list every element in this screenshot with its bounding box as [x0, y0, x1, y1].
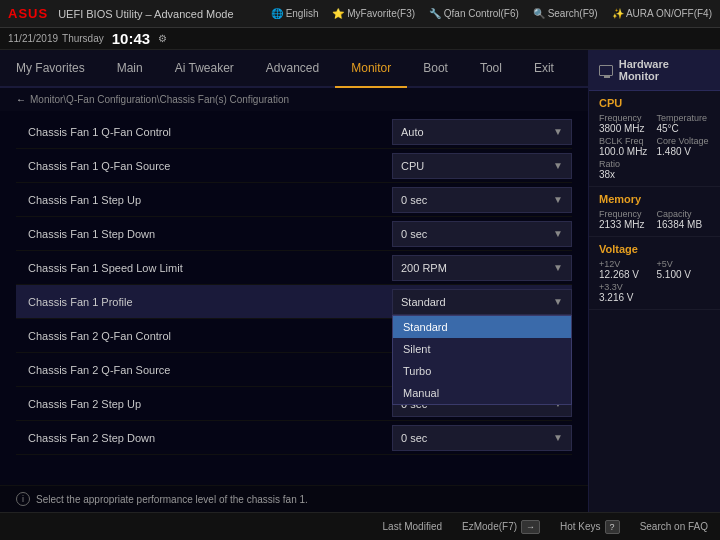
hotkeys-button[interactable]: Hot Keys ? — [560, 520, 620, 534]
hw-voltage-title: Voltage — [599, 243, 710, 255]
label-cf1-qfan-control: Chassis Fan 1 Q-Fan Control — [16, 126, 392, 138]
setting-row-cf1-speed-low: Chassis Fan 1 Speed Low Limit 200 RPM ▼ — [16, 251, 572, 285]
language-button[interactable]: 🌐 English — [271, 8, 319, 19]
hw-voltage-grid: +12V 12.268 V +5V 5.100 V +3.3V 3.216 V — [599, 259, 710, 303]
clock-settings-icon[interactable]: ⚙ — [158, 33, 167, 44]
hardware-monitor-header: Hardware Monitor — [589, 50, 720, 91]
nav-aitweaker[interactable]: Ai Tweaker — [159, 50, 250, 86]
setting-row-cf1-qfan-control: Chassis Fan 1 Q-Fan Control Auto ▼ — [16, 115, 572, 149]
datetime-bar: 11/21/2019 Thursday 10:43 ⚙ — [0, 28, 720, 50]
label-cf1-qfan-source: Chassis Fan 1 Q-Fan Source — [16, 160, 392, 172]
bottom-bar: Last Modified EzMode(F7) → Hot Keys ? Se… — [0, 512, 720, 540]
qfan-button[interactable]: 🔧 Qfan Control(F6) — [429, 8, 519, 19]
ezmode-button[interactable]: EzMode(F7) → — [462, 520, 540, 534]
hw-mem-cap: Capacity 16384 MB — [657, 209, 711, 230]
setting-row-cf1-step-up: Chassis Fan 1 Step Up 0 sec ▼ — [16, 183, 572, 217]
dropdown-cf1-step-up[interactable]: 0 sec ▼ — [392, 187, 572, 213]
hotkeys-label: Hot Keys — [560, 521, 601, 532]
setting-row-cf2-step-down: Chassis Fan 2 Step Down 0 sec ▼ — [16, 421, 572, 455]
nav-main[interactable]: Main — [101, 50, 159, 86]
top-bar-utilities: 🌐 English ⭐ MyFavorite(F3) 🔧 Qfan Contro… — [271, 8, 712, 19]
chevron-down-icon: ▼ — [553, 296, 563, 307]
nav-boot[interactable]: Boot — [407, 50, 464, 86]
main-wrapper: My Favorites Main Ai Tweaker Advanced Mo… — [0, 50, 720, 512]
label-cf1-step-down: Chassis Fan 1 Step Down — [16, 228, 392, 240]
date-display: 11/21/2019 — [8, 33, 58, 44]
breadcrumb: ← Monitor\Q-Fan Configuration\Chassis Fa… — [0, 88, 588, 111]
bios-title: UEFI BIOS Utility – Advanced Mode — [58, 8, 233, 20]
hw-v5: +5V 5.100 V — [657, 259, 711, 280]
top-bar: ASUS UEFI BIOS Utility – Advanced Mode 🌐… — [0, 0, 720, 28]
monitor-icon — [599, 65, 613, 76]
label-cf1-profile: Chassis Fan 1 Profile — [16, 296, 392, 308]
setting-row-cf1-profile: Chassis Fan 1 Profile Standard ▼ Standar… — [16, 285, 572, 319]
hw-label-ratio: Ratio 38x — [599, 159, 653, 180]
myfavorite-button[interactable]: ⭐ MyFavorite(F3) — [332, 8, 415, 19]
hw-memory-title: Memory — [599, 193, 710, 205]
ezmode-key: → — [521, 520, 540, 534]
dropdown-cf1-step-down[interactable]: 0 sec ▼ — [392, 221, 572, 247]
setting-row-cf1-step-down: Chassis Fan 1 Step Down 0 sec ▼ — [16, 217, 572, 251]
status-bar: i Select the appropriate performance lev… — [0, 485, 588, 512]
chevron-down-icon: ▼ — [553, 432, 563, 443]
hw-mem-freq: Frequency 2133 MHz — [599, 209, 653, 230]
nav-tool[interactable]: Tool — [464, 50, 518, 86]
setting-row-cf1-qfan-source: Chassis Fan 1 Q-Fan Source CPU ▼ — [16, 149, 572, 183]
dropdown-cf1-qfan-control[interactable]: Auto ▼ — [392, 119, 572, 145]
ezmode-label: EzMode(F7) — [462, 521, 517, 532]
dropdown-menu-cf1-profile: Standard Silent Turbo Manual — [392, 315, 572, 405]
hw-section-memory: Memory Frequency 2133 MHz Capacity 16384… — [589, 187, 720, 237]
hw-memory-grid: Frequency 2133 MHz Capacity 16384 MB — [599, 209, 710, 230]
label-cf2-step-up: Chassis Fan 2 Step Up — [16, 398, 392, 410]
hw-section-voltage: Voltage +12V 12.268 V +5V 5.100 V +3.3V … — [589, 237, 720, 310]
chevron-down-icon: ▼ — [553, 262, 563, 273]
nav-monitor[interactable]: Monitor — [335, 50, 407, 88]
hardware-monitor-title: Hardware Monitor — [619, 58, 710, 82]
hw-label-corevolt: Core Voltage 1.480 V — [657, 136, 711, 157]
search-faq-button[interactable]: Search on FAQ — [640, 521, 708, 532]
chevron-down-icon: ▼ — [553, 194, 563, 205]
hotkeys-key: ? — [605, 520, 620, 534]
time-display: 10:43 — [112, 30, 150, 47]
label-cf2-step-down: Chassis Fan 2 Step Down — [16, 432, 392, 444]
nav-exit[interactable]: Exit — [518, 50, 570, 86]
hw-v12: +12V 12.268 V — [599, 259, 653, 280]
dropdown-option-turbo[interactable]: Turbo — [393, 360, 571, 382]
hw-section-cpu: CPU Frequency 3800 MHz Temperature 45°C … — [589, 91, 720, 187]
content-area: My Favorites Main Ai Tweaker Advanced Mo… — [0, 50, 588, 512]
back-arrow-icon[interactable]: ← — [16, 94, 26, 105]
day-display: Thursday — [62, 33, 104, 44]
nav-advanced[interactable]: Advanced — [250, 50, 335, 86]
hw-label-bclk: BCLK Freq 100.0 MHz — [599, 136, 653, 157]
chevron-down-icon: ▼ — [553, 228, 563, 239]
chevron-down-icon: ▼ — [553, 126, 563, 137]
hw-label-freq: Frequency 3800 MHz — [599, 113, 653, 134]
hw-v33: +3.3V 3.216 V — [599, 282, 653, 303]
search-button[interactable]: 🔍 Search(F9) — [533, 8, 598, 19]
hw-cpu-grid: Frequency 3800 MHz Temperature 45°C BCLK… — [599, 113, 710, 180]
hardware-monitor-panel: Hardware Monitor CPU Frequency 3800 MHz … — [588, 50, 720, 512]
dropdown-container-cf1-profile: Standard ▼ Standard Silent Turbo Manual — [392, 289, 572, 315]
settings-list: Chassis Fan 1 Q-Fan Control Auto ▼ Chass… — [0, 111, 588, 485]
hw-label-temp: Temperature 45°C — [657, 113, 711, 134]
dropdown-cf1-qfan-source[interactable]: CPU ▼ — [392, 153, 572, 179]
info-icon: i — [16, 492, 30, 506]
status-text: Select the appropriate performance level… — [36, 494, 308, 505]
breadcrumb-path: Monitor\Q-Fan Configuration\Chassis Fan(… — [30, 94, 289, 105]
nav-bar: My Favorites Main Ai Tweaker Advanced Mo… — [0, 50, 588, 88]
dropdown-option-silent[interactable]: Silent — [393, 338, 571, 360]
dropdown-option-manual[interactable]: Manual — [393, 382, 571, 404]
dropdown-cf1-speed-low[interactable]: 200 RPM ▼ — [392, 255, 572, 281]
aura-button[interactable]: ✨ AURA ON/OFF(F4) — [612, 8, 712, 19]
label-cf1-step-up: Chassis Fan 1 Step Up — [16, 194, 392, 206]
label-cf1-speed-low: Chassis Fan 1 Speed Low Limit — [16, 262, 392, 274]
dropdown-option-standard[interactable]: Standard — [393, 316, 571, 338]
dropdown-cf2-step-down[interactable]: 0 sec ▼ — [392, 425, 572, 451]
asus-logo: ASUS — [8, 6, 48, 21]
hw-cpu-title: CPU — [599, 97, 710, 109]
chevron-down-icon: ▼ — [553, 160, 563, 171]
nav-favorites[interactable]: My Favorites — [0, 50, 101, 86]
dropdown-cf1-profile[interactable]: Standard ▼ — [392, 289, 572, 315]
last-modified-label: Last Modified — [383, 521, 442, 532]
